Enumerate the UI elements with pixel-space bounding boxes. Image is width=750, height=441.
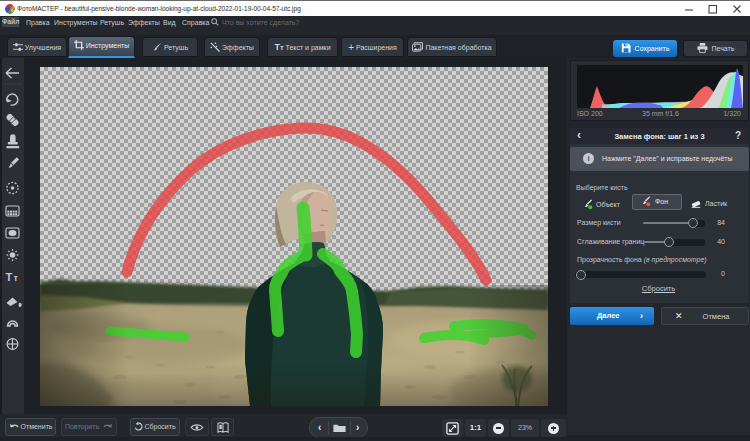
svg-text:T: T (6, 271, 13, 283)
svg-text:т: т (14, 273, 19, 283)
